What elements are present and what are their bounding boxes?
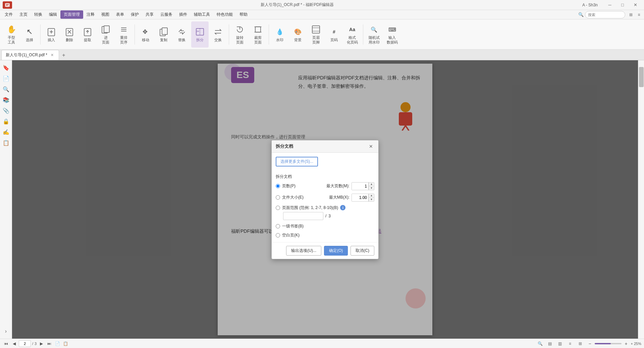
- extract-button[interactable]: 提取: [79, 21, 96, 48]
- last-page-button[interactable]: ⏭: [46, 340, 53, 347]
- input-button[interactable]: ⌨ 输入数据码: [383, 21, 401, 48]
- insert-button[interactable]: 插入: [43, 21, 60, 48]
- radio-page[interactable]: [276, 184, 280, 188]
- select-tool-button[interactable]: ↖ 选择: [21, 21, 38, 48]
- radio-filesize-label[interactable]: 文件大小(E): [282, 195, 304, 200]
- spinbox-up-pages[interactable]: ▲: [369, 183, 374, 186]
- info-icon[interactable]: i: [340, 205, 345, 210]
- select-files-button[interactable]: 选择更多文件(S)...: [276, 157, 318, 166]
- menu-assist[interactable]: 辅助工具: [191, 10, 213, 19]
- sidebar-icon-layers[interactable]: 📚: [1, 95, 11, 105]
- view-single-button[interactable]: ▤: [546, 340, 554, 347]
- view-grid-button[interactable]: ⊞: [577, 340, 584, 347]
- spinbox-down-mb[interactable]: ▼: [369, 198, 374, 201]
- radio-bookmark-label[interactable]: 一级书签(B): [282, 223, 304, 229]
- radio-blank-label[interactable]: 空白页(K): [282, 232, 300, 238]
- statusbar: ⏮ ◀ / 3 ▶ ⏭ 📄 📋 🔍 ▤ ▥ ≡ ⊞ − + + 25%: [0, 339, 644, 348]
- replace-label: 替换: [178, 38, 185, 42]
- tabbar: 新人引导(1)_OCR.pdf * ✕ +: [0, 50, 644, 60]
- radio-page-label[interactable]: 页数(P): [282, 183, 296, 189]
- sidebar-icon-search[interactable]: 🔍: [1, 84, 11, 94]
- sidebar-expand-button[interactable]: ›: [1, 327, 11, 336]
- grid-view-button[interactable]: ⊞: [627, 11, 635, 18]
- split-button[interactable]: ✂ 拆分: [191, 21, 209, 48]
- zoom-slider[interactable]: [595, 343, 622, 344]
- menu-help[interactable]: 帮助: [236, 10, 251, 19]
- dialog-close-button[interactable]: ✕: [368, 143, 374, 150]
- radio-filesize[interactable]: [276, 195, 280, 200]
- page-layout-button[interactable]: 📋: [62, 340, 69, 347]
- rotate-button[interactable]: 旋转页面: [231, 21, 249, 48]
- hand-tool-button[interactable]: ✋ 手型工具: [3, 21, 20, 48]
- menu-share[interactable]: 共享: [142, 10, 157, 19]
- move-label: 移动: [142, 38, 149, 42]
- close-button[interactable]: ✕: [629, 0, 641, 10]
- sidebar-icon-bookmark[interactable]: 🔖: [1, 63, 11, 72]
- header-button[interactable]: 页眉页脚: [307, 21, 325, 48]
- menu-feature[interactable]: 特色功能: [213, 10, 236, 19]
- background-button[interactable]: 🎨 背景: [289, 21, 307, 48]
- watermark-button[interactable]: 💧 水印: [271, 21, 288, 48]
- page-thumbnail-button[interactable]: 📄: [54, 340, 61, 347]
- max-pages-input[interactable]: 1: [352, 183, 369, 190]
- search-input[interactable]: [585, 11, 625, 18]
- menu-convert[interactable]: 转换: [31, 10, 46, 19]
- prev-page-button[interactable]: ◀: [11, 340, 17, 347]
- current-page-input[interactable]: [19, 340, 31, 347]
- radio-bookmark[interactable]: [276, 224, 280, 228]
- menu-view[interactable]: 视图: [98, 10, 113, 19]
- ocr-button[interactable]: 🔍 随机试用水印: [365, 21, 383, 48]
- maximize-button[interactable]: □: [616, 0, 629, 10]
- tab-close-button[interactable]: ✕: [49, 53, 55, 58]
- first-page-button[interactable]: ⏮: [3, 340, 9, 347]
- copy-button[interactable]: 复制: [155, 21, 172, 48]
- reorder-button[interactable]: 重排页序: [115, 21, 132, 48]
- crop-button[interactable]: 裁剪页面: [249, 21, 267, 48]
- next-page-button[interactable]: ▶: [38, 340, 45, 347]
- ok-button[interactable]: 确定(O): [324, 246, 348, 256]
- move-button[interactable]: ✥ 移动: [137, 21, 154, 48]
- spinbox-up-mb[interactable]: ▲: [369, 194, 374, 198]
- view-double-button[interactable]: ▥: [556, 340, 564, 347]
- menu-edit[interactable]: 编辑: [46, 10, 60, 19]
- menu-home[interactable]: 主页: [16, 10, 31, 19]
- swap-button[interactable]: 交换: [209, 21, 227, 48]
- right-sidebar: [638, 60, 644, 339]
- sidebar-icon-pages[interactable]: 📄: [1, 74, 11, 83]
- format-button[interactable]: Aa 格式化页码: [343, 21, 361, 48]
- zoom-out-button[interactable]: −: [587, 340, 593, 347]
- watermark-label: 水印: [276, 38, 283, 42]
- forward-button[interactable]: 进页面: [97, 21, 114, 48]
- menu-protect[interactable]: 保护: [127, 10, 142, 19]
- menu-cloud[interactable]: 云服务: [157, 10, 176, 19]
- pagenumber-button[interactable]: # 页码: [325, 21, 343, 48]
- spinbox-down-pages[interactable]: ▼: [369, 186, 374, 190]
- page-range-input[interactable]: [283, 212, 323, 220]
- max-mb-input[interactable]: 1.00: [352, 194, 369, 201]
- menu-file[interactable]: 文件: [1, 10, 16, 19]
- sidebar-icon-forms[interactable]: 📋: [1, 138, 11, 147]
- sidebar-icon-security[interactable]: 🔒: [1, 117, 11, 126]
- output-options-button[interactable]: 输出选项(U)...: [286, 246, 321, 256]
- replace-button[interactable]: 替换: [173, 21, 191, 48]
- minimize-button[interactable]: ─: [604, 0, 616, 10]
- svg-rect-22: [312, 26, 320, 33]
- menu-form[interactable]: 表单: [113, 10, 127, 19]
- delete-button[interactable]: 删除: [61, 21, 78, 48]
- sidebar-icon-sign[interactable]: ✍: [1, 127, 11, 137]
- radio-blank[interactable]: [276, 233, 280, 237]
- tab-main[interactable]: 新人引导(1)_OCR.pdf * ✕: [1, 50, 59, 60]
- sidebar-icon-attach[interactable]: 📎: [1, 106, 11, 115]
- radio-pagerange-label[interactable]: 页面范围 (范例: 1, 2-7, 8-10)(B): [282, 205, 338, 211]
- list-view-button[interactable]: ≡: [635, 11, 643, 18]
- menu-plugin[interactable]: 插件: [176, 10, 191, 19]
- zoom-fit-button[interactable]: 🔍: [537, 340, 544, 347]
- zoom-in-button[interactable]: +: [623, 340, 630, 347]
- cancel-button[interactable]: 取消(C): [351, 246, 374, 256]
- menu-comment[interactable]: 注释: [83, 10, 98, 19]
- menu-pagemanage[interactable]: 页面管理: [60, 10, 83, 19]
- radio-pagerange[interactable]: [276, 206, 280, 210]
- view-scroll-button[interactable]: ≡: [567, 340, 574, 347]
- crop-icon: [253, 24, 263, 35]
- tab-add-button[interactable]: +: [59, 51, 68, 60]
